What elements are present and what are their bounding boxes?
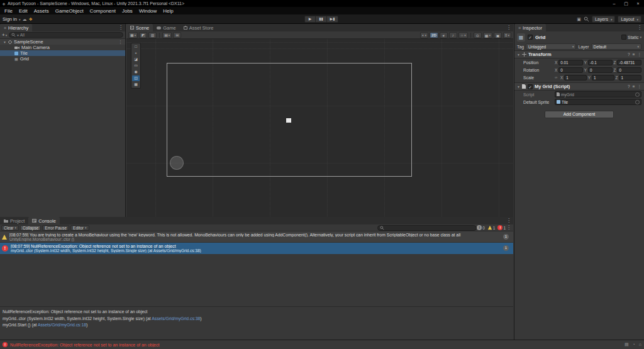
log-entry-error-selected[interactable]: ! [08:07:59] NullReferenceException: Obj… — [0, 243, 513, 254]
console-search-input[interactable] — [377, 225, 477, 231]
menu-help[interactable]: Help — [160, 8, 176, 14]
scale-y-field[interactable]: 1 — [592, 75, 614, 80]
draw-mode-dropdown[interactable]: ◐ ▾ — [420, 32, 428, 38]
menu-gameobject[interactable]: GameObject — [52, 8, 87, 14]
flood-fill-tool-button[interactable]: ▦ — [132, 82, 140, 87]
tool-handle-rotation-button[interactable]: ▥ — [148, 32, 157, 38]
play-button[interactable]: ▶ — [304, 16, 316, 23]
menu-component[interactable]: Component — [87, 8, 119, 14]
status-bar[interactable]: ! NullReferenceException: Object referen… — [0, 340, 644, 349]
foldout-icon[interactable]: ▼ — [3, 40, 6, 44]
undo-history-icon[interactable]: ▣ — [577, 17, 581, 22]
active-checkbox[interactable]: ✓ — [528, 35, 533, 40]
info-count-toggle[interactable]: ! 0 — [477, 225, 485, 230]
static-checkbox[interactable] — [621, 35, 626, 40]
tab-project[interactable]: Project — [0, 217, 28, 224]
menu-edit[interactable]: Edit — [16, 8, 31, 14]
help-icon[interactable]: ? — [628, 84, 630, 89]
error-count-toggle[interactable]: ! 1 — [497, 225, 506, 230]
tag-dropdown[interactable]: Untagged ▾ — [526, 43, 577, 50]
status-error-message[interactable]: NullReferenceException: Object reference… — [10, 343, 622, 347]
presets-icon[interactable]: ≡ — [633, 52, 635, 57]
rotation-z-field[interactable]: 0 — [617, 67, 641, 73]
foldout-icon[interactable]: ▼ — [517, 53, 520, 57]
move-tool-button[interactable]: + — [132, 50, 140, 56]
scene-options-icon[interactable]: ⋮ — [118, 40, 123, 45]
transform-component-header[interactable]: ▼ Transform ? ≡ ⋮ — [514, 50, 644, 58]
cloud-services-icon[interactable]: ☁ — [22, 17, 26, 22]
create-object-button[interactable]: + ▾ — [2, 32, 7, 38]
hierarchy-menu-icon[interactable]: ⋮ — [118, 25, 123, 30]
progress-icon[interactable]: ◔ — [633, 342, 635, 347]
mygrid-component-header[interactable]: ▼ ✓ My Grid (Script) ? ≡ ⋮ — [514, 82, 644, 91]
hierarchy-search-input[interactable]: ▾ All — [9, 32, 123, 38]
box-fill-tool-button[interactable]: ▭ — [132, 63, 140, 69]
search-filter-chevron-icon[interactable]: ▾ — [17, 33, 19, 37]
hierarchy-row-samplescene[interactable]: ▼ SampleScene ⋮ — [0, 39, 125, 45]
constrain-proportions-icon[interactable]: ∞ — [555, 75, 559, 79]
eraser-tool-button[interactable]: ◫ — [132, 75, 140, 81]
clear-button[interactable]: Clear ▾ — [1, 225, 19, 231]
rotation-x-field[interactable]: 0 — [558, 67, 583, 73]
layout-dropdown[interactable]: Layout ▾ — [618, 16, 641, 23]
console-toolbar-menu-icon[interactable]: ⋮ — [506, 224, 511, 230]
scene-audio-button[interactable]: ♪ — [449, 32, 457, 38]
collapse-button[interactable]: Collapse — [20, 225, 41, 231]
maximize-button[interactable]: ▢ — [620, 0, 632, 7]
scale-z-field[interactable]: 1 — [619, 75, 641, 80]
2d-mode-button[interactable]: 2D — [430, 32, 438, 38]
scene-visibility-button[interactable]: ⊙ — [474, 32, 482, 38]
menu-assets[interactable]: Assets — [31, 8, 52, 14]
effects-dropdown[interactable]: ☼ ▾ — [458, 32, 468, 38]
activity-log-icon[interactable]: ▤ — [625, 342, 629, 347]
menu-file[interactable]: File — [1, 8, 16, 14]
log-entry-warning[interactable]: [08:07:59] You are trying to create a Mo… — [0, 231, 513, 243]
tool-handle-position-button[interactable]: ◩ — [139, 32, 147, 38]
hierarchy-row-grid[interactable]: ▦ Grid — [0, 56, 125, 62]
tile-sprite[interactable] — [286, 118, 291, 123]
scale-x-field[interactable]: 1 — [564, 75, 587, 80]
stack-trace-link[interactable]: Assets/Grid/myGrid.cs:18 — [38, 323, 86, 327]
object-picker-icon[interactable] — [635, 92, 640, 97]
error-pause-button[interactable]: Error Pause — [42, 225, 69, 231]
close-button[interactable]: × — [632, 0, 644, 7]
scene-menu-icon[interactable]: ⋮ — [506, 25, 511, 30]
version-control-icon[interactable]: ❖ — [28, 17, 32, 22]
step-button[interactable]: ▶▮ — [327, 16, 338, 23]
pause-button[interactable]: ▮▮ — [316, 16, 327, 23]
foldout-icon[interactable]: ▼ — [517, 85, 520, 89]
context-menu-icon[interactable]: ⋮ — [638, 52, 642, 57]
script-field[interactable]: myGrid — [555, 91, 641, 97]
object-name-field[interactable]: Grid — [535, 35, 619, 40]
tab-hierarchy[interactable]: ≡ Hierarchy — [0, 24, 32, 31]
position-x-field[interactable]: 0.01 — [558, 60, 583, 65]
editor-dropdown[interactable]: Editor ▾ — [70, 225, 89, 231]
tab-console[interactable]: Console — [28, 217, 60, 224]
snap-settings-dropdown[interactable]: ▤ ▾ — [162, 32, 172, 38]
hierarchy-row-main-camera[interactable]: Main Camera — [0, 45, 125, 50]
presets-icon[interactable]: ≡ — [633, 84, 635, 89]
warning-count-toggle[interactable]: 1 — [487, 225, 496, 230]
tilemap-mode-dropdown[interactable]: ▦ ▾ — [128, 32, 138, 38]
scene-lighting-button[interactable]: ☀ — [440, 32, 448, 38]
inspector-menu-icon[interactable]: ⋮ — [637, 25, 642, 30]
search-icon[interactable] — [584, 16, 589, 22]
menu-jobs[interactable]: Jobs — [119, 8, 136, 14]
services-icon[interactable]: ⌂ — [639, 342, 641, 347]
position-y-field[interactable]: -0.1 — [588, 60, 613, 65]
gizmos-dropdown[interactable]: ≡ ▾ — [503, 32, 511, 38]
minimize-button[interactable]: – — [608, 0, 620, 7]
layer-dropdown[interactable]: Default ▾ — [591, 43, 642, 50]
tab-inspector[interactable]: ≡ Inspector — [514, 24, 546, 31]
context-menu-icon[interactable]: ⋮ — [638, 84, 642, 89]
stack-trace-link[interactable]: Assets/Grid/myGrid.cs:38 — [152, 316, 200, 321]
default-sprite-field[interactable]: Tile — [555, 99, 641, 105]
select-tool-button[interactable]: □ — [132, 44, 140, 50]
console-menu-icon[interactable]: ⋮ — [506, 218, 511, 223]
rotation-y-field[interactable]: 0 — [588, 67, 613, 73]
console-empty-area[interactable] — [0, 254, 513, 306]
grid-visibility-dropdown[interactable]: ▦ ▾ — [483, 32, 492, 38]
grid-snap-button[interactable]: ⊞ — [173, 32, 181, 38]
tab-asset-store[interactable]: Asset Store — [180, 24, 218, 31]
tab-scene[interactable]: Scene — [126, 24, 153, 31]
